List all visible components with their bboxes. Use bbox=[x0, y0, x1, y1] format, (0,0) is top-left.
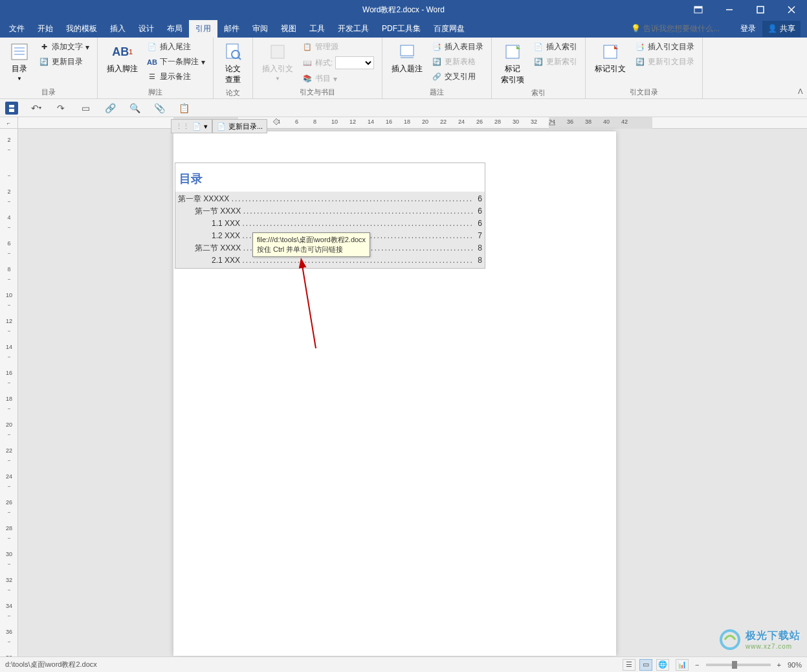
svg-line-12 bbox=[238, 57, 241, 60]
toc-entry[interactable]: 1.1 XXX ................................… bbox=[175, 218, 485, 230]
svg-marker-22 bbox=[549, 121, 555, 125]
toc-entry[interactable]: 第一章 XXXXX ..............................… bbox=[175, 193, 485, 205]
view-extra-button[interactable]: 📊 bbox=[676, 659, 689, 671]
watermark-logo-icon bbox=[718, 628, 742, 651]
watermark-url: www.xz7.com bbox=[746, 643, 801, 650]
insert-footnote-button[interactable]: AB1 插入脚注 bbox=[103, 40, 142, 76]
svg-rect-14 bbox=[401, 45, 414, 56]
insert-table-figures-button[interactable]: 📑插入表目录 bbox=[429, 40, 486, 54]
tab-home[interactable]: 开始 bbox=[31, 20, 60, 38]
close-icon[interactable] bbox=[779, 1, 804, 19]
vruler-tick: 8 bbox=[1, 266, 17, 273]
next-footnote-button[interactable]: AB下一条脚注 ▾ bbox=[144, 55, 208, 69]
view-print-button[interactable]: ▭ bbox=[639, 659, 652, 671]
share-button[interactable]: 👤 共享 bbox=[762, 21, 801, 37]
zoom-out-button[interactable]: − bbox=[695, 661, 699, 669]
paper-check-icon bbox=[223, 41, 243, 62]
cross-reference-button[interactable]: 🔗交叉引用 bbox=[429, 70, 486, 84]
toc-button[interactable]: 目录 ▼ bbox=[5, 40, 34, 83]
endnote-icon: 📄 bbox=[147, 42, 157, 52]
style-selector[interactable]: 📖样式: bbox=[300, 55, 377, 71]
quick-access-toolbar: ↶ ▾ ↷ ▭ 🔗 🔍 📎 📋 bbox=[0, 99, 807, 117]
view-read-button[interactable]: ☰ bbox=[623, 659, 636, 671]
mark-citation-button[interactable]: 标记引文 bbox=[591, 40, 630, 76]
tell-me[interactable]: 💡 bbox=[631, 24, 734, 33]
toc-entry-text: 第一章 XXXXX bbox=[178, 194, 229, 203]
svg-rect-20 bbox=[9, 109, 14, 112]
cross-ref-icon: 🔗 bbox=[432, 72, 442, 82]
ruler-corner[interactable]: ⌐ bbox=[0, 117, 17, 129]
document-area[interactable]: 6422468101214161820222426283032343638404… bbox=[18, 117, 807, 657]
update-authorities-button[interactable]: 🔄更新引文目录 bbox=[632, 55, 697, 69]
qat-btn-1[interactable]: ▭ bbox=[79, 102, 92, 115]
insert-authorities-button[interactable]: 📑插入引文目录 bbox=[632, 40, 697, 54]
tell-me-input[interactable] bbox=[643, 24, 734, 33]
tab-developer[interactable]: 开发工具 bbox=[331, 20, 375, 38]
vruler-tick: 2 bbox=[1, 188, 17, 195]
tab-mailings[interactable]: 邮件 bbox=[217, 20, 246, 38]
first-line-indent-marker[interactable] bbox=[272, 117, 281, 129]
add-text-button[interactable]: ✚添加文字 ▾ bbox=[36, 40, 92, 54]
qat-btn-2[interactable]: 🔗 bbox=[104, 102, 116, 115]
view-web-button[interactable]: 🌐 bbox=[656, 659, 669, 671]
redo-button[interactable]: ↷ bbox=[54, 102, 67, 115]
mark-citation-icon bbox=[600, 41, 621, 62]
show-notes-icon: ☰ bbox=[147, 72, 157, 82]
collapse-ribbon-icon[interactable]: ᐱ bbox=[798, 87, 803, 96]
mark-index-button[interactable]: 标记 索引项 bbox=[497, 40, 528, 87]
tab-templates[interactable]: 我的模板 bbox=[60, 20, 104, 38]
insert-endnote-button[interactable]: 📄插入尾注 bbox=[144, 40, 208, 54]
tab-file[interactable]: 文件 bbox=[3, 20, 31, 38]
toc-field-options-button[interactable]: ⋮⋮ 📄 ▾ bbox=[171, 119, 212, 133]
zoom-in-button[interactable]: + bbox=[777, 661, 781, 669]
undo-button[interactable]: ↶ ▾ bbox=[30, 102, 43, 115]
zoom-thumb[interactable] bbox=[732, 661, 737, 669]
toc-entry-text: 1.1 XXX bbox=[212, 219, 240, 228]
tab-baidu[interactable]: 百度网盘 bbox=[427, 20, 471, 38]
tab-insert[interactable]: 插入 bbox=[104, 20, 132, 38]
save-button[interactable] bbox=[5, 102, 18, 115]
tab-pdf[interactable]: PDF工具集 bbox=[375, 20, 427, 38]
bibliography-button[interactable]: 📚书目 ▾ bbox=[300, 72, 377, 85]
tab-layout[interactable]: 布局 bbox=[160, 20, 189, 38]
tab-view[interactable]: 视图 bbox=[274, 20, 303, 38]
qat-btn-5[interactable]: 📋 bbox=[177, 102, 190, 115]
hruler-tick: 42 bbox=[621, 118, 628, 125]
tab-review[interactable]: 审阅 bbox=[246, 20, 274, 38]
vruler-tick: 28 bbox=[1, 525, 17, 532]
group-index-label: 索引 bbox=[497, 87, 580, 98]
update-index-button[interactable]: 🔄更新索引 bbox=[531, 55, 580, 69]
ribbon-display-icon[interactable] bbox=[685, 1, 711, 19]
tab-references[interactable]: 引用 bbox=[189, 20, 217, 38]
tab-tools[interactable]: 工具 bbox=[303, 20, 331, 38]
tab-design[interactable]: 设计 bbox=[132, 20, 160, 38]
insert-citation-button[interactable]: 插入引文 ▼ bbox=[258, 40, 297, 83]
toc-icon bbox=[9, 41, 30, 62]
qat-btn-3[interactable]: 🔍 bbox=[128, 102, 141, 115]
document-page[interactable]: ⋮⋮ 📄 ▾ 📄 更新目录... 目录 第一章 XXXXX ..........… bbox=[173, 131, 616, 656]
manage-sources-button[interactable]: 📋管理源 bbox=[300, 40, 377, 54]
style-dropdown[interactable] bbox=[335, 56, 374, 69]
vruler-tick: 18 bbox=[1, 396, 17, 402]
show-notes-button[interactable]: ☰显示备注 bbox=[144, 70, 208, 84]
toc-label: 目录 bbox=[12, 63, 27, 74]
update-icon: 🔄 bbox=[39, 57, 49, 67]
insert-caption-button[interactable]: 插入题注 bbox=[388, 40, 426, 76]
login-link[interactable]: 登录 bbox=[740, 23, 756, 34]
maximize-icon[interactable] bbox=[747, 1, 773, 19]
update-table-button[interactable]: 🔄更新表格 bbox=[429, 55, 486, 69]
qat-btn-4[interactable]: 📎 bbox=[153, 102, 166, 115]
update-toc-button[interactable]: 🔄更新目录 bbox=[36, 55, 92, 69]
insert-index-button[interactable]: 📄插入索引 bbox=[531, 40, 580, 54]
paper-check-button[interactable]: 论文 查重 bbox=[219, 40, 247, 87]
toc-entry-text: 1.2 XXX bbox=[212, 231, 240, 240]
vruler-tick: 6 bbox=[1, 240, 17, 247]
right-indent-marker[interactable] bbox=[547, 117, 557, 129]
zoom-value[interactable]: 90% bbox=[788, 661, 802, 669]
minimize-icon[interactable] bbox=[716, 1, 742, 19]
toc-update-button[interactable]: 📄 更新目录... bbox=[212, 119, 267, 133]
zoom-slider[interactable] bbox=[706, 664, 771, 666]
vruler-tick: 26 bbox=[1, 499, 17, 506]
group-index: 标记 索引项 📄插入索引 🔄更新索引 索引 bbox=[492, 38, 586, 98]
toc-entry[interactable]: 第一节 XXXX ...............................… bbox=[175, 205, 485, 218]
